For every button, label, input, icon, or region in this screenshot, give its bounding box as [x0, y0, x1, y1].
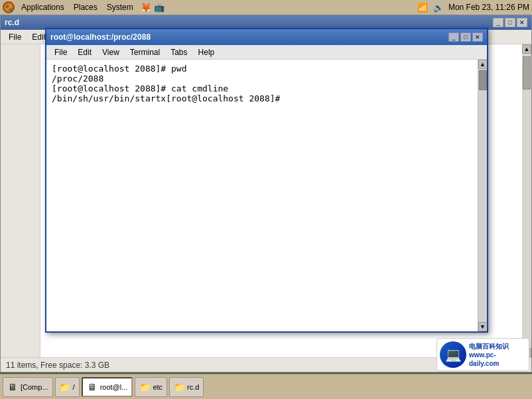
taskbar-label-rcd: rc.d	[187, 383, 199, 391]
file-manager-scrollbar[interactable]: ▲ ▼	[522, 44, 531, 357]
terminal-body: [root@localhost 2088]# pwd /proc/2088 [r…	[46, 60, 487, 331]
taskbar-label-folder1: /	[73, 383, 75, 391]
term-menu-tabs[interactable]: Tabs	[165, 46, 192, 58]
firefox-icon[interactable]: 🦊	[140, 1, 152, 13]
taskbar-icon-terminal: 🖥	[87, 382, 98, 392]
file-manager-title: rc.d	[5, 18, 19, 27]
terminal-window: root@localhost:/proc/2088 _ □ ✕ File Edi…	[45, 28, 488, 333]
terminal-text-area[interactable]: [root@localhost 2088]# pwd /proc/2088 [r…	[46, 60, 478, 331]
taskbar: 🖥 [Comp... 📁 / 🖥 root@l... 📁 etc 📁 rc.d …	[0, 374, 532, 399]
taskbar-icon-etc: 📁	[139, 382, 150, 392]
terminal-scrollbar[interactable]: ▲ ▼	[478, 60, 487, 331]
taskbar-item-etc[interactable]: 📁 etc	[135, 377, 167, 397]
term-menu-edit[interactable]: Edit	[72, 46, 97, 58]
taskbar-label-etc: etc	[153, 383, 163, 391]
scroll-thumb[interactable]	[523, 56, 531, 89]
brand-badge: 💻 电脑百科知识 www.pc-daily.com	[436, 338, 529, 371]
term-menu-view[interactable]: View	[97, 46, 125, 58]
top-bar-menu: Applications Places System	[17, 1, 137, 13]
scroll-up-arrow[interactable]: ▲	[522, 44, 531, 54]
term-menu-terminal[interactable]: Terminal	[125, 46, 165, 58]
file-manager-maximize[interactable]: □	[505, 18, 515, 27]
brand-url: www.pc-daily.com	[469, 351, 526, 368]
fm-menu-file[interactable]: File	[3, 31, 27, 43]
clock: Mon Feb 23, 11:26 PM	[448, 3, 529, 12]
app-icon-2[interactable]: 📺	[153, 1, 165, 13]
terminal-minimize[interactable]: _	[448, 32, 459, 42]
terminal-maximize[interactable]: □	[460, 32, 471, 42]
top-menubar: 🐾 Applications Places System 🦊 📺 📶 🔊 Mon…	[0, 0, 532, 15]
taskbar-item-terminal[interactable]: 🖥 root@l...	[82, 377, 133, 397]
top-bar-app-icons: 🦊 📺	[140, 1, 165, 13]
term-menu-file[interactable]: File	[49, 46, 72, 58]
network-icon[interactable]: 📶	[417, 1, 429, 13]
term-scroll-up[interactable]: ▲	[478, 60, 488, 69]
status-text: 11 items, Free space: 3.3 GB	[6, 361, 109, 370]
file-manager-sidebar	[1, 44, 40, 357]
top-bar-left: 🐾 Applications Places System 🦊 📺	[3, 1, 165, 13]
brand-name: 电脑百科知识	[469, 342, 526, 351]
taskbar-icon-comp: 🖥	[7, 382, 18, 392]
terminal-titlebar: root@localhost:/proc/2088 _ □ ✕	[46, 29, 487, 45]
term-scroll-down[interactable]: ▼	[478, 322, 488, 331]
menu-applications[interactable]: Applications	[17, 1, 68, 13]
volume-icon[interactable]: 🔊	[432, 1, 444, 13]
terminal-window-controls: _ □ ✕	[448, 32, 483, 42]
taskbar-item-root[interactable]: 📁 /	[55, 377, 80, 397]
menu-system[interactable]: System	[103, 1, 137, 13]
file-manager-controls: _ □ ✕	[493, 18, 527, 27]
term-scroll-thumb[interactable]	[479, 70, 487, 90]
terminal-title: root@localhost:/proc/2088	[50, 32, 151, 42]
terminal-close[interactable]: ✕	[472, 32, 483, 42]
taskbar-item-comp[interactable]: 🖥 [Comp...	[3, 377, 53, 397]
taskbar-label-terminal: root@l...	[100, 383, 128, 391]
taskbar-item-rcd[interactable]: 📁 rc.d	[169, 377, 204, 397]
os-logo[interactable]: 🐾	[3, 1, 15, 13]
menu-places[interactable]: Places	[70, 1, 101, 13]
brand-logo: 💻	[440, 341, 466, 368]
taskbar-label-comp: [Comp...	[21, 383, 48, 391]
term-menu-help[interactable]: Help	[193, 46, 220, 58]
taskbar-icon-rcd: 📁	[174, 382, 184, 392]
terminal-menubar: File Edit View Terminal Tabs Help	[46, 45, 487, 60]
file-manager-close[interactable]: ✕	[517, 18, 527, 27]
top-bar-right: 📶 🔊 Mon Feb 23, 11:26 PM	[417, 1, 529, 13]
taskbar-icon-folder1: 📁	[60, 382, 70, 392]
file-manager-minimize[interactable]: _	[493, 18, 503, 27]
